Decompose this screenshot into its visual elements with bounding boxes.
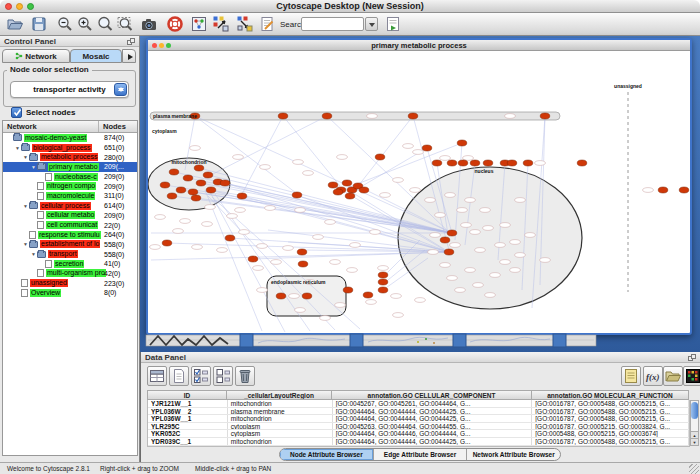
tree-expand-icon[interactable]: ▼ bbox=[30, 251, 37, 257]
search-dropdown-button[interactable] bbox=[365, 17, 378, 31]
graph-node[interactable] bbox=[375, 154, 385, 160]
table-column-header[interactable]: ID bbox=[147, 390, 227, 400]
graph-node[interactable] bbox=[458, 160, 468, 166]
network-tree-row[interactable]: ▼transport558(0) bbox=[3, 249, 137, 259]
delete-attribute-icon[interactable] bbox=[235, 366, 255, 386]
notepad-icon[interactable] bbox=[621, 366, 641, 386]
tab-scroll-arrow[interactable] bbox=[122, 49, 136, 63]
table-row[interactable]: YKR052Ccytoplasm[GO:0044464, GO:0044446,… bbox=[148, 430, 689, 438]
network-tree-row[interactable]: ▼cellular process614(0) bbox=[3, 201, 137, 211]
graph-node[interactable] bbox=[507, 160, 517, 166]
background-windows[interactable] bbox=[142, 333, 698, 349]
table-row[interactable]: YJR121W__1mitochondrion[GO:0045267, GO:0… bbox=[148, 400, 689, 408]
hidden-window-titlebar[interactable] bbox=[453, 334, 466, 347]
tree-column-header[interactable]: Network bbox=[3, 121, 99, 132]
graph-node[interactable] bbox=[248, 256, 258, 262]
tab-mosaic[interactable]: Mosaic bbox=[70, 49, 122, 63]
zoom-out-icon[interactable] bbox=[56, 15, 74, 33]
graph-node[interactable] bbox=[447, 160, 457, 166]
graph-node[interactable] bbox=[343, 287, 353, 293]
graph-node[interactable] bbox=[342, 180, 352, 186]
graph-node[interactable] bbox=[359, 187, 369, 193]
resize-grip[interactable] bbox=[689, 464, 699, 474]
graph-node[interactable] bbox=[440, 237, 450, 243]
network-tree-row[interactable]: multi-organism pro42(0) bbox=[3, 269, 137, 279]
network-tree-row[interactable]: secretion41(0) bbox=[3, 259, 137, 269]
network-tree-row[interactable]: nitrogen compo209(0) bbox=[3, 181, 137, 191]
graph-node[interactable] bbox=[422, 145, 432, 151]
graph-node[interactable] bbox=[333, 189, 343, 195]
graph-node[interactable] bbox=[176, 187, 186, 193]
select-nodes-checkbox[interactable] bbox=[11, 107, 22, 118]
tree-expand-icon[interactable]: ▼ bbox=[30, 164, 37, 170]
inner-minimize-button[interactable] bbox=[159, 43, 164, 48]
tab-network-attribute-browser[interactable]: Network Attribute Browser bbox=[467, 449, 560, 460]
import-attributes-icon[interactable] bbox=[663, 366, 683, 386]
function-builder-icon[interactable]: f(x) bbox=[643, 366, 663, 386]
table-row[interactable]: YPL036W__1mitochondrion[GO:0044464, GO:0… bbox=[148, 415, 689, 423]
graph-node[interactable] bbox=[378, 279, 388, 285]
graph-node[interactable] bbox=[196, 180, 206, 186]
network-tree-row[interactable]: cell communicat22(0) bbox=[3, 220, 137, 230]
table-scrollbar[interactable]: ▲ ▼ bbox=[690, 400, 699, 446]
zoom-window-button[interactable] bbox=[27, 3, 34, 10]
node-color-dropdown[interactable]: transporter activity bbox=[10, 81, 129, 98]
new-attribute-icon[interactable] bbox=[169, 366, 189, 386]
graph-node[interactable] bbox=[225, 235, 235, 241]
graph-node[interactable] bbox=[169, 169, 179, 175]
close-button[interactable] bbox=[5, 3, 12, 10]
table-row[interactable]: YLR295Ccytoplasm[GO:0045263, GO:0044464,… bbox=[148, 423, 689, 431]
graph-node[interactable] bbox=[167, 193, 177, 199]
network-canvas[interactable]: plasma membranecytoplasmmitochondrionnuc… bbox=[148, 51, 690, 332]
graph-node[interactable] bbox=[297, 249, 307, 255]
graph-node[interactable] bbox=[658, 187, 668, 193]
inner-zoom-button[interactable] bbox=[166, 43, 171, 48]
network-tree-row[interactable]: ▼establishment of lo558(0) bbox=[3, 240, 137, 250]
tab-node-attribute-browser[interactable]: Node Attribute Browser bbox=[280, 449, 374, 460]
network-tree-row[interactable]: nucleobase-c209(0) bbox=[3, 172, 137, 182]
unselect-attributes-icon[interactable] bbox=[213, 366, 233, 386]
scroll-down-button[interactable]: ▼ bbox=[691, 438, 698, 445]
network-tree-row[interactable]: mosaic-demo-yeast874(0) bbox=[3, 133, 137, 143]
network-tree-row[interactable]: response to stimulu264(0) bbox=[3, 230, 137, 240]
tree-expand-icon[interactable]: ▼ bbox=[22, 154, 29, 160]
graph-node[interactable] bbox=[378, 272, 388, 278]
layout-icon[interactable] bbox=[212, 15, 230, 33]
graph-node[interactable] bbox=[203, 172, 213, 178]
float-panel-icon[interactable] bbox=[688, 354, 696, 361]
zoom-fit-selected-icon[interactable] bbox=[116, 15, 134, 33]
graph-node[interactable] bbox=[483, 160, 493, 166]
tree-expand-icon[interactable]: ▼ bbox=[22, 203, 29, 209]
open-session-icon[interactable] bbox=[6, 15, 24, 33]
select-attributes-icon[interactable] bbox=[191, 366, 211, 386]
network-tree-row[interactable]: Overview8(0) bbox=[3, 288, 137, 298]
table-row[interactable]: YDR039C__1mitochondrion[GO:0044464, GO:0… bbox=[148, 438, 689, 446]
graph-node[interactable] bbox=[322, 113, 332, 119]
table-column-header[interactable]: annotation.GO MOLECULAR_FUNCTION bbox=[532, 390, 689, 400]
scroll-up-button[interactable]: ▲ bbox=[691, 431, 698, 438]
zoom-actual-icon[interactable] bbox=[96, 15, 114, 33]
graph-node[interactable] bbox=[188, 189, 198, 195]
network-graph[interactable]: plasma membranecytoplasmmitochondrionnuc… bbox=[148, 51, 690, 332]
graph-node[interactable] bbox=[447, 230, 457, 236]
attribute-table-icon[interactable] bbox=[147, 366, 167, 386]
hidden-window-titlebar[interactable] bbox=[553, 334, 566, 347]
network-tree-row[interactable]: cellular metabo209(0) bbox=[3, 211, 137, 221]
table-column-header[interactable]: annotation.GO CELLULAR_COMPONENT bbox=[332, 390, 532, 400]
graph-node[interactable] bbox=[220, 180, 230, 186]
graph-node[interactable] bbox=[237, 193, 247, 199]
graph-node[interactable] bbox=[470, 160, 480, 166]
graph-node[interactable] bbox=[363, 292, 373, 298]
network-tree-row[interactable]: macromolecule311(0) bbox=[3, 191, 137, 201]
tree-expand-icon[interactable]: ▼ bbox=[22, 241, 29, 247]
graph-node[interactable] bbox=[457, 140, 467, 146]
zoom-in-icon[interactable] bbox=[76, 15, 94, 33]
graph-node[interactable] bbox=[206, 187, 216, 193]
tab-edge-attribute-browser[interactable]: Edge Attribute Browser bbox=[374, 449, 468, 460]
help-lifering-icon[interactable] bbox=[166, 15, 184, 33]
network-tree-row[interactable]: ▼biological_process651(0) bbox=[3, 143, 137, 153]
graph-node[interactable] bbox=[302, 293, 312, 299]
graph-node[interactable] bbox=[183, 175, 193, 181]
graph-node[interactable] bbox=[523, 160, 533, 166]
graph-node[interactable] bbox=[432, 160, 442, 166]
